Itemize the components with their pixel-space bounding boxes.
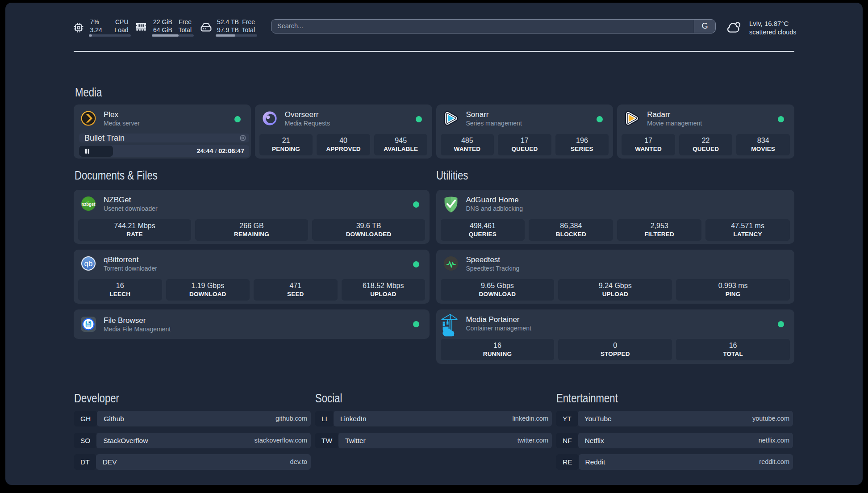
svg-text:nzbget: nzbget [82,202,96,207]
svg-text:qb: qb [84,259,93,268]
